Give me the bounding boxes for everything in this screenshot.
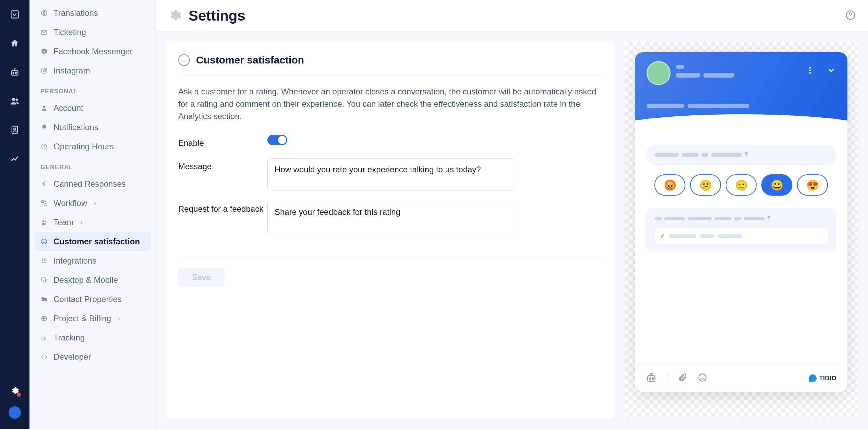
workflow-icon (40, 199, 48, 207)
sidebar-label: Team (53, 218, 74, 227)
smile-icon (178, 54, 190, 66)
save-button[interactable]: Save (178, 268, 225, 287)
mail-icon (40, 28, 48, 36)
topbar: Settings (156, 0, 868, 32)
svg-point-2 (13, 72, 14, 74)
main-panel: Customer satisfaction Ask a customer for… (166, 42, 614, 419)
svg-point-34 (809, 70, 811, 71)
svg-point-11 (43, 70, 46, 72)
svg-point-33 (809, 67, 811, 68)
svg-point-19 (42, 239, 47, 244)
sidebar-item-account[interactable]: Account (34, 98, 150, 118)
sidebar-item-contact-properties[interactable]: Contact Properties (34, 290, 150, 309)
rail-analytics-icon[interactable] (7, 151, 22, 166)
emoji-happy[interactable]: 😀 (761, 174, 792, 196)
svg-point-4 (12, 98, 15, 101)
chevron-right-icon: › (94, 200, 96, 207)
rail-settings-icon[interactable] (7, 383, 22, 398)
sidebar-item-ticketing[interactable]: Ticketing (34, 23, 150, 42)
main-nav-rail (0, 0, 29, 429)
panel-title-text: Customer satisfaction (196, 54, 304, 66)
sidebar-item-team[interactable]: Team › (34, 213, 150, 232)
feedback-label: Request for a feedback (178, 201, 267, 214)
sidebar-label: Tracking (53, 333, 85, 343)
svg-rect-1 (12, 70, 18, 75)
enable-toggle[interactable] (267, 135, 287, 145)
sidebar-label: Notifications (53, 123, 98, 132)
svg-point-20 (42, 258, 43, 259)
sidebar-item-messenger[interactable]: Facebook Messenger (34, 42, 150, 61)
message-input[interactable] (267, 158, 514, 190)
panel-description: Ask a customer for a rating. Whenever an… (178, 85, 602, 123)
check-icon: ✓ (660, 233, 665, 239)
chat-avatar (647, 61, 671, 85)
brand-badge: TIDIO (809, 374, 837, 382)
svg-point-39 (699, 374, 706, 381)
svg-point-7 (14, 128, 16, 130)
page-title: Settings (189, 8, 245, 24)
svg-point-25 (45, 260, 46, 261)
code-icon (40, 353, 48, 361)
notification-dot (17, 393, 21, 397)
emoji-love[interactable]: 😍 (797, 174, 828, 196)
world-icon (40, 315, 48, 322)
help-icon[interactable] (845, 10, 856, 22)
sidebar-label: Desktop & Mobile (53, 275, 118, 285)
sidebar-label: Account (53, 103, 83, 113)
svg-rect-36 (648, 376, 655, 381)
chevron-down-icon[interactable] (827, 66, 836, 76)
sidebar-item-operating-hours[interactable]: Operating Hours (34, 137, 150, 156)
sidebar-item-tracking[interactable]: Tracking (34, 328, 150, 347)
folder-icon (40, 295, 48, 303)
emoji-angry[interactable]: 😡 (654, 174, 685, 196)
clock-icon (40, 143, 48, 150)
chart-icon (40, 334, 48, 341)
chat-footer: TIDIO (635, 364, 847, 392)
sidebar-label: Workflow (53, 198, 87, 208)
menu-dots-icon[interactable] (806, 66, 815, 76)
sidebar-label: Translations (53, 8, 98, 18)
sidebar-item-notifications[interactable]: Notifications (34, 118, 150, 137)
feedback-bubble: ? ✓ (646, 208, 836, 252)
sidebar-label: Customer satisfaction (53, 237, 140, 246)
rail-address-icon[interactable] (7, 122, 22, 137)
svg-point-35 (809, 72, 811, 73)
svg-point-5 (15, 98, 18, 101)
svg-point-23 (42, 260, 43, 261)
rail-inbox-icon[interactable] (7, 7, 22, 22)
svg-point-24 (44, 260, 45, 261)
brand-logo-icon (809, 374, 817, 382)
sidebar-label: Operating Hours (53, 142, 114, 151)
sidebar-item-project-billing[interactable]: Project & Billing › (34, 309, 150, 328)
svg-point-12 (46, 69, 46, 70)
sidebar-item-desktop-mobile[interactable]: Desktop & Mobile (34, 270, 150, 290)
smile-icon (40, 238, 48, 245)
attachment-icon[interactable] (678, 373, 687, 384)
svg-point-28 (45, 262, 46, 263)
sidebar-item-integrations[interactable]: Integrations (34, 251, 150, 270)
svg-point-18 (45, 221, 46, 222)
rail-user-avatar[interactable] (9, 406, 21, 419)
sidebar-item-developer[interactable]: Developer (34, 347, 150, 367)
gear-icon (168, 8, 182, 23)
messenger-icon (40, 48, 48, 55)
sidebar-section-general: GENERAL (34, 156, 150, 174)
emoji-neutral[interactable]: 😐 (726, 174, 757, 196)
svg-point-38 (652, 378, 653, 379)
svg-point-3 (15, 72, 17, 74)
svg-point-17 (43, 220, 45, 222)
rail-bot-icon[interactable] (7, 65, 22, 80)
sidebar-item-workflow[interactable]: Workflow › (34, 194, 150, 213)
chat-widget-preview: ? 😡 😕 😐 😀 😍 ? ✓ (635, 52, 847, 392)
emoji-picker-icon[interactable] (698, 373, 707, 384)
sidebar-item-canned[interactable]: Canned Responses (34, 174, 150, 194)
bot-icon[interactable] (646, 372, 657, 384)
feedback-input[interactable] (267, 201, 514, 233)
sidebar-item-customer-satisfaction[interactable]: Customer satisfaction (34, 232, 150, 251)
emoji-sad[interactable]: 😕 (690, 174, 721, 196)
rail-home-icon[interactable] (7, 36, 22, 51)
sidebar-label: Integrations (53, 256, 96, 266)
rail-contacts-icon[interactable] (7, 93, 22, 108)
sidebar-item-instagram[interactable]: Instagram (34, 61, 150, 80)
sidebar-item-translations[interactable]: Translations (34, 3, 150, 23)
